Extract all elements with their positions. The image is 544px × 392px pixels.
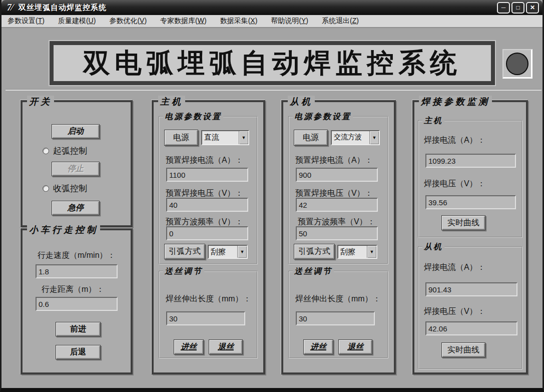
slave-stickout-field[interactable] — [296, 311, 375, 325]
title-bar: 7⁄ 双丝埋弧自动焊监控系统 ─ □ ✕ — [2, 0, 542, 15]
master-panel: 主机 电源参数设置 电源 直流 ▼ 预置焊接电流（A）： 预置焊接电压（V）： … — [152, 100, 265, 374]
menu-item-data-acquisition[interactable]: 数据采集(X) — [220, 17, 258, 26]
stickout-label: 焊丝伸出长度（mm）： — [166, 294, 251, 304]
slave-arc-start-mode-button[interactable]: 引弧方式 — [294, 244, 335, 259]
backward-button[interactable]: 后退 — [56, 345, 101, 359]
carriage-panel-title: 小车行走控制 — [27, 224, 100, 236]
weld-voltage-label: 焊接电压（V）： — [424, 179, 485, 189]
slave-panel: 从机 电源参数设置 电源 交流方波 ▼ 预置焊接电流（A）： 预置焊接电压（V）… — [281, 100, 396, 374]
master-weld-current-field[interactable] — [425, 154, 516, 168]
maximize-button[interactable]: □ — [511, 2, 524, 14]
master-preset-current-field[interactable] — [166, 168, 248, 182]
master-weld-voltage-field[interactable] — [425, 195, 516, 209]
weld-current-label: 焊接电流（A）： — [424, 262, 485, 273]
travel-distance-label: 行走距离（m）： — [42, 284, 104, 295]
switch-panel: 开关 启动 起弧控制 停止 收弧控制 急停 — [21, 100, 133, 227]
status-indicator-box — [502, 49, 532, 79]
preset-current-label: 预置焊接电流（A）： — [295, 155, 373, 166]
master-wire-feed-button[interactable]: 进丝 — [174, 339, 204, 354]
radio-icon — [43, 185, 49, 192]
slave-wire-feed-button[interactable]: 进丝 — [303, 339, 333, 354]
master-stickout-field[interactable] — [166, 311, 245, 325]
banner: 双电弧埋弧自动焊监控系统 — [50, 41, 495, 85]
arc-end-radio[interactable]: 收弧控制 — [43, 183, 87, 194]
start-button[interactable]: 启动 — [52, 124, 100, 139]
slave-panel-title: 从机 — [288, 96, 315, 108]
app-icon: 7⁄ — [5, 3, 15, 13]
stop-button[interactable]: 停止 — [52, 162, 100, 176]
menu-item-parameter-settings[interactable]: 参数设置(T) — [8, 17, 45, 26]
monitor-master-title: 主机 — [422, 116, 444, 126]
slave-power-group: 电源参数设置 电源 交流方波 ▼ 预置焊接电流（A）： 预置焊接电压（V）： 预… — [288, 116, 388, 264]
slave-power-mode-dropdown[interactable]: 交流方波 ▼ — [331, 130, 380, 145]
close-button[interactable]: ✕ — [526, 2, 539, 14]
master-panel-title: 主机 — [158, 96, 185, 108]
window-controls: ─ □ ✕ — [497, 2, 539, 14]
carriage-panel: 小车行走控制 行走速度（m/min）： 行走距离（m）： 前进 后退 — [21, 228, 133, 374]
power-group-title: 电源参数设置 — [163, 112, 223, 122]
wire-group-title: 送丝调节 — [293, 266, 334, 277]
radio-icon — [43, 148, 49, 154]
wire-group-title: 送丝调节 — [163, 266, 204, 277]
menu-item-parameter-optimization[interactable]: 参数优化(V) — [109, 17, 147, 26]
slave-arc-mode-dropdown[interactable]: 刮擦 ▼ — [337, 245, 377, 259]
monitor-panel-title: 焊接参数监测 — [419, 96, 492, 108]
preset-current-label: 预置焊接电流（A）： — [166, 155, 243, 166]
slave-preset-current-field[interactable] — [296, 168, 378, 182]
master-power-button[interactable]: 电源 — [164, 130, 198, 146]
preset-voltage-label: 预置焊接电压（V）： — [166, 188, 243, 199]
chevron-down-icon[interactable]: ▼ — [237, 246, 247, 258]
slave-wire-group: 送丝调节 焊丝伸出长度（mm）： 进丝 退丝 — [288, 271, 388, 358]
preset-frequency-label: 预置方波频率（V）： — [166, 217, 243, 227]
status-lamp-icon — [506, 53, 528, 75]
app-window: 7⁄ 双丝埋弧自动焊监控系统 ─ □ ✕ 参数设置(T) 质量建模(U) 参数优… — [0, 0, 544, 392]
banner-title: 双电弧埋弧自动焊监控系统 — [83, 45, 461, 82]
weld-current-label: 焊接电流（A）： — [424, 135, 485, 146]
master-power-mode-dropdown[interactable]: 直流 ▼ — [201, 130, 249, 145]
monitor-panel: 焊接参数监测 主机 焊接电流（A）： 焊接电压（V）： 实时曲线 从机 焊接电流… — [412, 100, 528, 374]
preset-frequency-label: 预置方波频率（V）： — [298, 217, 375, 227]
master-arc-mode-dropdown[interactable]: 刮擦 ▼ — [208, 245, 248, 259]
master-preset-voltage-field[interactable] — [166, 198, 248, 212]
menu-item-exit[interactable]: 系统退出(Z) — [322, 17, 359, 26]
menu-bar: 参数设置(T) 质量建模(U) 参数优化(V) 专家数据库(W) 数据采集(X)… — [2, 15, 542, 28]
monitor-master-group: 主机 焊接电流（A）： 焊接电压（V）： 实时曲线 — [418, 120, 522, 238]
master-preset-frequency-field[interactable] — [166, 226, 248, 240]
horizontal-divider — [6, 90, 541, 91]
chevron-down-icon[interactable]: ▼ — [239, 131, 248, 144]
stickout-label: 焊丝伸出长度（mm）： — [295, 294, 381, 304]
travel-distance-field[interactable] — [36, 297, 118, 311]
travel-speed-label: 行走速度（m/min）： — [38, 250, 116, 261]
arc-start-radio[interactable]: 起弧控制 — [43, 145, 87, 157]
slave-realtime-curve-button[interactable]: 实时曲线 — [441, 342, 485, 357]
menu-item-quality-modeling[interactable]: 质量建模(U) — [58, 17, 96, 26]
preset-voltage-label: 预置焊接电压（V）： — [295, 188, 373, 199]
menu-item-help[interactable]: 帮助说明(Y) — [271, 17, 308, 26]
minimize-button[interactable]: ─ — [497, 2, 510, 14]
window-title: 双丝埋弧自动焊监控系统 — [19, 3, 107, 13]
master-wire-retract-button[interactable]: 退丝 — [209, 339, 243, 354]
switch-panel-title: 开关 — [27, 96, 54, 108]
monitor-slave-group: 从机 焊接电流（A）： 焊接电压（V）： 实时曲线 — [418, 246, 522, 369]
master-realtime-curve-button[interactable]: 实时曲线 — [441, 215, 485, 230]
client-area: 双电弧埋弧自动焊监控系统 开关 启动 起弧控制 停止 收弧控制 急停 小车行走控… — [2, 28, 542, 387]
slave-preset-voltage-field[interactable] — [296, 198, 378, 212]
master-power-group: 电源参数设置 电源 直流 ▼ 预置焊接电流（A）： 预置焊接电压（V）： 预置方… — [159, 116, 258, 264]
chevron-down-icon[interactable]: ▼ — [367, 246, 376, 258]
emergency-stop-button[interactable]: 急停 — [52, 201, 100, 215]
master-wire-group: 送丝调节 焊丝伸出长度（mm）： 进丝 退丝 — [159, 271, 258, 358]
slave-weld-current-field[interactable] — [425, 282, 517, 296]
slave-weld-voltage-field[interactable] — [425, 321, 517, 335]
power-group-title: 电源参数设置 — [293, 112, 353, 122]
weld-voltage-label: 焊接电压（V）： — [424, 306, 485, 317]
slave-preset-frequency-field[interactable] — [296, 226, 378, 240]
forward-button[interactable]: 前进 — [56, 322, 101, 336]
master-arc-start-mode-button[interactable]: 引弧方式 — [164, 244, 205, 259]
slave-power-button[interactable]: 电源 — [294, 130, 328, 146]
menu-item-expert-database[interactable]: 专家数据库(W) — [160, 17, 207, 26]
slave-wire-retract-button[interactable]: 退丝 — [338, 339, 372, 354]
travel-speed-field[interactable] — [36, 264, 118, 278]
chevron-down-icon[interactable]: ▼ — [369, 131, 379, 144]
monitor-slave-title: 从机 — [422, 242, 444, 252]
